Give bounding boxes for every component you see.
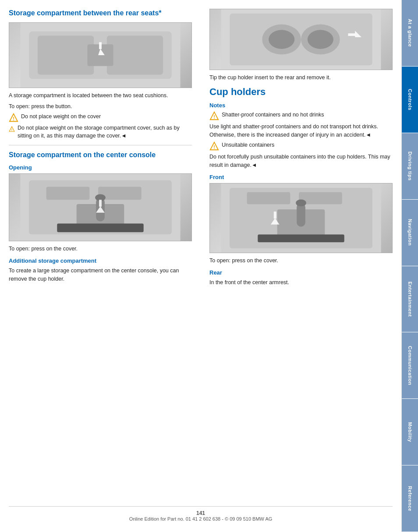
sidebar-tab-reference[interactable]: Reference: [402, 465, 418, 532]
left-column: Storage compartment between the rear sea…: [9, 9, 196, 502]
warning-block-notes1: ! Shatter-proof containers and no hot dr…: [209, 111, 393, 121]
body-rear: In the front of the center armrest.: [209, 278, 393, 287]
warning-icon-notes2: !: [209, 141, 219, 151]
section1-title: Storage compartment between the rear sea…: [9, 9, 192, 18]
footer-text: Online Edition for Part no. 01 41 2 602 …: [129, 516, 273, 521]
svg-rect-35: [247, 192, 290, 204]
warning-icon-notes1: !: [209, 111, 219, 121]
image-rear-seats: [9, 22, 192, 88]
sidebar-tab-entertainment[interactable]: Entertainment: [402, 266, 418, 333]
svg-rect-2: [38, 35, 94, 74]
section2-body-additional: To create a large storage compartment on…: [9, 267, 192, 283]
svg-rect-6: [99, 42, 102, 49]
svg-text:!: !: [213, 144, 215, 150]
sidebar-tab-at-a-glance[interactable]: At a glance: [402, 0, 418, 67]
sidebar-tab-mobility[interactable]: Mobility: [402, 399, 418, 465]
svg-rect-38: [297, 203, 305, 226]
cup-holders-title: Cup holders: [209, 86, 393, 98]
svg-rect-42: [274, 211, 276, 218]
svg-rect-28: [348, 33, 355, 36]
sidebar-tab-communication[interactable]: Communication: [402, 332, 418, 399]
warning-icon-1: !: [9, 113, 18, 123]
sidebar: At a glance Controls Driving tips Naviga…: [401, 0, 418, 532]
svg-text:!: !: [11, 128, 12, 131]
sidebar-tab-navigation[interactable]: Navigation: [402, 200, 418, 266]
svg-point-26: [308, 30, 333, 49]
warning-block-1: ! Do not place weight on the cover: [9, 113, 192, 123]
section2-opening-title: Opening: [9, 164, 192, 171]
svg-text:!: !: [213, 114, 215, 119]
image-front-cupholder: [209, 183, 393, 253]
sidebar-tab-driving-tips[interactable]: Driving tips: [402, 133, 418, 200]
warning-note1: Shatter-proof containers and no hot drin…: [222, 111, 324, 119]
svg-rect-3: [107, 35, 163, 74]
warning-icon-2: !: [9, 124, 15, 134]
warning-text-2: Do not place weight on the storage compa…: [18, 124, 192, 140]
svg-point-25: [269, 30, 294, 49]
page-number: 141: [196, 510, 205, 516]
section2-body-opening: To open: press on the cover.: [9, 245, 192, 253]
svg-text:!: !: [13, 116, 14, 121]
sidebar-tab-controls[interactable]: Controls: [402, 67, 418, 133]
rear-title: Rear: [209, 269, 393, 276]
front-title: Front: [209, 174, 393, 180]
section2-additional-title: Additional storage compartment: [9, 257, 192, 264]
image-center-console: [9, 173, 192, 241]
image-cupholder: [209, 9, 393, 70]
warning-block-2: ! Do not place weight on the storage com…: [9, 124, 192, 140]
warning-block-notes2: ! Unsuitable containers: [209, 141, 393, 151]
two-column-layout: Storage compartment between the rear sea…: [9, 9, 393, 502]
warning-text-1: Do not place weight on the cover: [21, 113, 101, 121]
svg-rect-13: [46, 187, 90, 200]
section1-body2: To open: press the button.: [9, 102, 192, 111]
divider-1: [9, 145, 192, 145]
body-note2: Do not forcefully push unsuitable contai…: [209, 153, 393, 169]
right-column: Tip the cup holder insert to the rear an…: [205, 9, 393, 502]
warning-note2: Unsuitable containers: [222, 141, 274, 149]
svg-rect-20: [57, 224, 143, 233]
footer: 141 Online Edition for Part no. 01 41 2 …: [9, 506, 393, 523]
main-content: Storage compartment between the rear sea…: [0, 0, 401, 532]
body-cupholder: Tip the cup holder insert to the rear an…: [209, 74, 393, 82]
svg-rect-19: [99, 200, 102, 207]
body-front: To open: press on the cover.: [209, 257, 393, 265]
svg-point-39: [296, 199, 306, 206]
svg-rect-40: [258, 234, 344, 242]
section2-title: Storage compartment on the center consol…: [9, 151, 192, 160]
body-note1: Use light and shatter-proof containers a…: [209, 123, 393, 139]
notes-title: Notes: [209, 102, 393, 109]
section1-body1: A storage compartment is located between…: [9, 92, 192, 100]
